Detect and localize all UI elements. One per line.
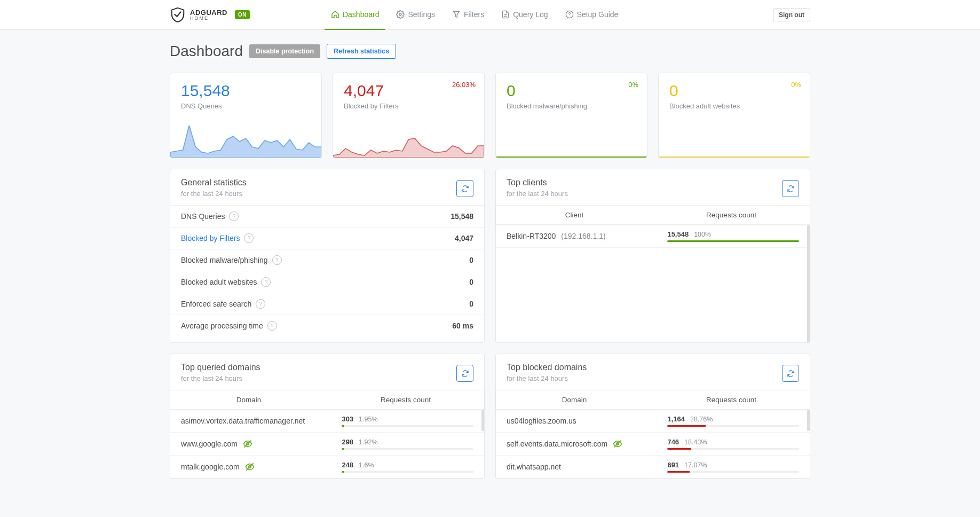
title-row: Dashboard Disable protection Refresh sta… bbox=[170, 43, 810, 60]
stat-label: Blocked by Filters bbox=[333, 102, 484, 110]
stat-value: 0 bbox=[496, 73, 647, 102]
help-icon[interactable]: ? bbox=[267, 321, 277, 331]
stat-blocked-adult[interactable]: 0% 0 Blocked adult websites bbox=[658, 73, 810, 158]
gear-icon bbox=[396, 10, 405, 19]
request-count: 248 bbox=[342, 461, 353, 469]
main-nav: Dashboard Settings Filters Query Log Set… bbox=[325, 0, 625, 30]
help-icon[interactable]: ? bbox=[244, 233, 254, 243]
card-title: Top queried domains bbox=[181, 363, 260, 372]
card-title: Top clients bbox=[507, 178, 568, 187]
nav-setup-guide[interactable]: Setup Guide bbox=[559, 0, 625, 30]
domain-name: www.google.com bbox=[181, 440, 238, 448]
nav-settings[interactable]: Settings bbox=[390, 0, 441, 30]
request-pct: 1.6% bbox=[359, 461, 374, 469]
brand-name: ADGUARD bbox=[190, 9, 227, 16]
table-header: Client Requests count bbox=[496, 205, 810, 225]
request-pct: 1.95% bbox=[359, 416, 377, 423]
stats-row-dns-queries: DNS Queries? 15,548 bbox=[170, 205, 484, 227]
tracker-icon bbox=[245, 462, 255, 472]
stats-row-blocked-adult: Blocked adult websites? 0 bbox=[170, 271, 484, 293]
request-pct: 18.43% bbox=[684, 438, 707, 446]
stat-pct: 0% bbox=[791, 81, 801, 89]
refresh-icon bbox=[787, 370, 795, 378]
domain-name: asimov.vortex.data.trafficmanager.net bbox=[181, 417, 305, 425]
table-row[interactable]: mtalk.google.com2481.6% bbox=[170, 456, 484, 479]
dns-sparkline bbox=[170, 110, 321, 158]
refresh-button[interactable] bbox=[782, 180, 799, 197]
top-queried-card: Top queried domains for the last 24 hour… bbox=[170, 354, 485, 479]
nav-filters[interactable]: Filters bbox=[446, 0, 491, 30]
scrollbar[interactable] bbox=[807, 225, 810, 342]
col-client: Client bbox=[496, 206, 653, 224]
request-pct: 28.76% bbox=[690, 416, 713, 423]
table-row[interactable]: www.google.com2981.92% bbox=[170, 433, 484, 456]
protection-on-badge: ON bbox=[235, 10, 250, 19]
stat-dns-queries[interactable]: 15,548 DNS Queries bbox=[170, 73, 322, 158]
table-row[interactable]: us04logfiles.zoom.us1,16428.76% bbox=[496, 410, 810, 433]
stat-blocked-filters[interactable]: 26.03% 4,047 Blocked by Filters bbox=[333, 73, 485, 158]
stats-row-blocked-malware: Blocked malware/phishing? 0 bbox=[170, 249, 484, 271]
file-icon bbox=[501, 10, 510, 19]
stat-blocked-malware[interactable]: 0% 0 Blocked malware/phishing bbox=[495, 73, 647, 158]
shield-icon bbox=[170, 7, 186, 23]
table-row[interactable]: dit.whatsapp.net69117.07% bbox=[496, 456, 810, 479]
help-icon[interactable]: ? bbox=[229, 212, 239, 221]
table-row[interactable]: self.events.data.microsoft.com74618.43% bbox=[496, 433, 810, 456]
refresh-button[interactable] bbox=[782, 365, 799, 382]
scrollbar[interactable] bbox=[807, 410, 810, 431]
card-title: General statistics bbox=[181, 178, 247, 187]
brand-sub: HOME bbox=[190, 16, 227, 21]
col-requests: Requests count bbox=[653, 206, 810, 224]
tracker-icon bbox=[243, 439, 252, 449]
domain-name: us04logfiles.zoom.us bbox=[507, 417, 576, 425]
card-subtitle: for the last 24 hours bbox=[507, 190, 568, 198]
stat-label: DNS Queries bbox=[170, 102, 321, 110]
request-count: 691 bbox=[667, 461, 679, 469]
help-icon[interactable]: ? bbox=[272, 255, 282, 265]
blocked-sparkline bbox=[333, 110, 484, 158]
stats-row-blocked-filters: Blocked by Filters? 4,047 bbox=[170, 227, 484, 249]
help-icon bbox=[565, 10, 574, 19]
stats-row-avg-time: Average processing time? 60 ms bbox=[170, 315, 484, 336]
help-icon[interactable]: ? bbox=[261, 277, 271, 287]
refresh-button[interactable] bbox=[456, 365, 473, 382]
tracker-icon bbox=[613, 439, 622, 449]
stat-label: Blocked adult websites bbox=[659, 102, 810, 110]
table-header: Domain Requests count bbox=[170, 390, 484, 410]
help-icon[interactable]: ? bbox=[256, 299, 265, 309]
top-blocked-card: Top blocked domains for the last 24 hour… bbox=[495, 354, 810, 479]
request-pct: 1.92% bbox=[359, 438, 377, 446]
refresh-button[interactable] bbox=[456, 180, 473, 197]
top-header: ADGUARD HOME ON Dashboard Settings Filte… bbox=[0, 0, 980, 30]
request-count: 15,548 bbox=[667, 230, 689, 238]
card-title: Top blocked domains bbox=[507, 363, 587, 372]
logo[interactable]: ADGUARD HOME ON bbox=[170, 7, 250, 23]
scrollbar[interactable] bbox=[481, 410, 484, 431]
client-ip: (192.168.1.1) bbox=[561, 232, 605, 240]
refresh-statistics-button[interactable]: Refresh statistics bbox=[327, 44, 396, 59]
refresh-icon bbox=[787, 185, 795, 193]
card-subtitle: for the last 24 hours bbox=[181, 190, 247, 198]
stat-value: 15,548 bbox=[170, 73, 321, 102]
accent-bar bbox=[659, 156, 810, 158]
domain-name: mtalk.google.com bbox=[181, 463, 240, 471]
stat-label: Blocked malware/phishing bbox=[496, 102, 647, 110]
request-pct: 100% bbox=[694, 231, 711, 238]
request-count: 303 bbox=[342, 415, 353, 423]
svg-point-0 bbox=[399, 13, 401, 15]
page-title: Dashboard bbox=[170, 43, 243, 60]
sign-out-button[interactable]: Sign out bbox=[773, 9, 810, 21]
request-pct: 17.07% bbox=[684, 461, 707, 469]
refresh-icon bbox=[461, 185, 469, 193]
col-requests: Requests count bbox=[327, 390, 484, 409]
table-row[interactable]: asimov.vortex.data.trafficmanager.net303… bbox=[170, 410, 484, 433]
top-clients-card: Top clients for the last 24 hours Client… bbox=[495, 169, 810, 343]
table-row[interactable]: Belkin-RT3200 (192.168.1.1)15,548100% bbox=[496, 225, 810, 248]
request-count: 1,164 bbox=[667, 415, 685, 423]
nav-dashboard[interactable]: Dashboard bbox=[325, 0, 386, 30]
nav-query-log[interactable]: Query Log bbox=[495, 0, 554, 30]
disable-protection-button[interactable]: Disable protection bbox=[249, 44, 320, 58]
request-count: 746 bbox=[667, 438, 679, 446]
request-count: 298 bbox=[342, 438, 353, 446]
card-subtitle: for the last 24 hours bbox=[181, 374, 260, 382]
